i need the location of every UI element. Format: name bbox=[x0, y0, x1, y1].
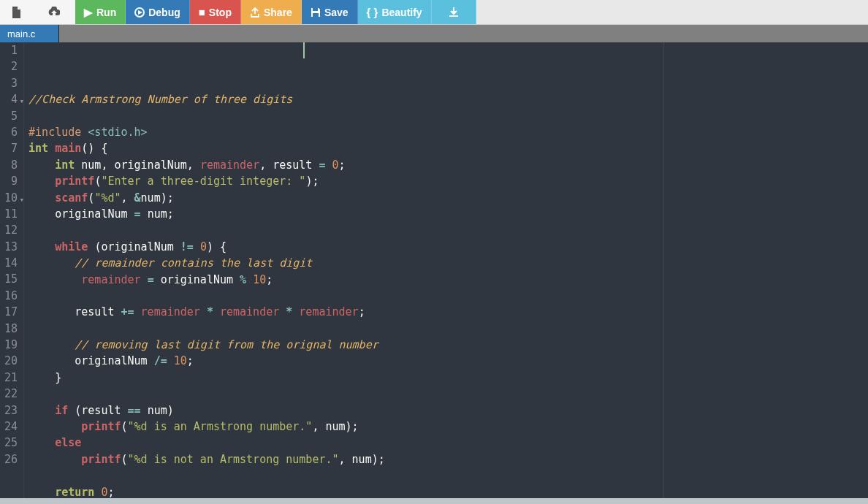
line-number: 23 bbox=[4, 402, 18, 419]
line-number: 17 bbox=[4, 304, 18, 320]
code-line[interactable]: // remainder contains the last digit bbox=[24, 255, 868, 271]
save-label: Save bbox=[324, 7, 349, 18]
line-number: 8 bbox=[4, 157, 18, 173]
line-number: 9 bbox=[4, 173, 18, 189]
line-gutter: 1234▾5678910▾111213141516171819202122232… bbox=[0, 42, 24, 498]
text-cursor bbox=[303, 42, 305, 58]
code-line[interactable]: // removing last digit from the orignal … bbox=[24, 337, 868, 353]
line-number: 21 bbox=[4, 370, 18, 386]
print-margin bbox=[663, 42, 664, 498]
line-number: 19 bbox=[4, 337, 18, 353]
fold-marker-icon[interactable]: ▾ bbox=[19, 93, 24, 110]
svg-rect-2 bbox=[313, 8, 318, 11]
debug-label: Debug bbox=[148, 7, 180, 18]
line-number: 26 bbox=[4, 451, 18, 467]
line-number: 15 bbox=[4, 271, 18, 287]
code-area[interactable]: //Check Armstrong Number of three digits… bbox=[24, 42, 868, 498]
code-line[interactable]: int num, originalNum, remainder, result … bbox=[24, 157, 868, 173]
code-line[interactable]: else bbox=[24, 435, 868, 451]
share-icon bbox=[250, 7, 260, 18]
line-number: 11 bbox=[4, 206, 18, 222]
line-number: 24 bbox=[4, 419, 18, 435]
share-label: Share bbox=[264, 7, 292, 18]
stop-label: Stop bbox=[209, 7, 232, 18]
code-line[interactable]: originalNum /= 10; bbox=[24, 353, 868, 369]
code-line[interactable]: printf("Enter a three-digit integer: "); bbox=[24, 173, 868, 189]
upload-button[interactable] bbox=[37, 0, 75, 24]
code-line[interactable] bbox=[24, 108, 868, 124]
line-number: 18 bbox=[4, 321, 18, 337]
code-line[interactable]: if (result == num) bbox=[24, 402, 868, 419]
line-number: 22 bbox=[4, 386, 18, 402]
line-number: 4▾ bbox=[4, 91, 18, 107]
save-icon bbox=[311, 7, 321, 18]
code-line[interactable]: #include <stdio.h> bbox=[24, 124, 868, 140]
download-icon bbox=[448, 7, 460, 18]
line-number: 12 bbox=[4, 222, 18, 238]
line-number: 25 bbox=[4, 435, 18, 451]
code-line[interactable]: //Check Armstrong Number of three digits bbox=[24, 91, 868, 107]
download-button[interactable] bbox=[432, 0, 476, 24]
svg-rect-3 bbox=[313, 13, 319, 17]
line-number: 2 bbox=[4, 58, 18, 75]
share-button[interactable]: Share bbox=[241, 0, 302, 24]
line-number: 20 bbox=[4, 353, 18, 369]
code-line[interactable] bbox=[24, 321, 868, 337]
code-line[interactable]: result += remainder * remainder * remain… bbox=[24, 304, 868, 320]
fold-marker-icon[interactable]: ▾ bbox=[19, 192, 24, 208]
toolbar: ▶ Run Debug ■ Stop Share Save { } Beauti… bbox=[0, 0, 868, 25]
run-button[interactable]: ▶ Run bbox=[75, 0, 126, 24]
code-line[interactable]: } bbox=[24, 370, 868, 386]
line-number: 5 bbox=[4, 108, 18, 124]
run-label: Run bbox=[96, 7, 116, 18]
line-number: 13 bbox=[4, 239, 18, 255]
code-line[interactable]: scanf("%d", &num); bbox=[24, 190, 868, 206]
tab-bar: main.c bbox=[0, 25, 868, 42]
tab-main-c[interactable]: main.c bbox=[0, 25, 59, 42]
line-number: 6 bbox=[4, 124, 18, 140]
line-number: 10▾ bbox=[4, 190, 18, 206]
code-line[interactable] bbox=[24, 288, 868, 304]
save-button[interactable]: Save bbox=[302, 0, 358, 24]
line-number: 3 bbox=[4, 75, 18, 91]
beautify-label: Beautify bbox=[381, 7, 422, 18]
code-line[interactable]: printf("%d is not an Armstrong number.",… bbox=[24, 451, 868, 467]
line-number: 7 bbox=[4, 140, 18, 156]
tab-label: main.c bbox=[7, 28, 35, 39]
svg-marker-1 bbox=[138, 10, 142, 15]
svg-rect-4 bbox=[449, 15, 458, 17]
status-bar bbox=[0, 498, 868, 504]
code-line[interactable]: while (originalNum != 0) { bbox=[24, 239, 868, 255]
code-line[interactable]: originalNum = num; bbox=[24, 206, 868, 222]
upload-icon bbox=[48, 7, 60, 18]
stop-button[interactable]: ■ Stop bbox=[190, 0, 241, 24]
code-line[interactable] bbox=[24, 386, 868, 402]
new-file-button[interactable] bbox=[0, 0, 37, 24]
debug-icon bbox=[134, 7, 145, 18]
new-file-icon bbox=[11, 7, 22, 18]
code-line[interactable]: int main() { bbox=[24, 140, 868, 156]
line-number: 16 bbox=[4, 288, 18, 304]
line-number: 1 bbox=[4, 42, 18, 58]
code-editor[interactable]: 1234▾5678910▾111213141516171819202122232… bbox=[0, 42, 868, 498]
beautify-button[interactable]: { } Beautify bbox=[358, 0, 432, 24]
line-number: 14 bbox=[4, 255, 18, 271]
play-icon: ▶ bbox=[84, 6, 93, 19]
code-line[interactable]: remainder = originalNum % 10; bbox=[24, 272, 868, 288]
beautify-icon: { } bbox=[367, 6, 378, 18]
debug-button[interactable]: Debug bbox=[126, 0, 190, 24]
code-line[interactable]: return 0; bbox=[24, 484, 868, 498]
code-line[interactable] bbox=[24, 222, 868, 238]
code-line[interactable]: printf("%d is an Armstrong number.", num… bbox=[24, 419, 868, 435]
code-line[interactable] bbox=[24, 467, 868, 484]
stop-icon: ■ bbox=[199, 6, 205, 18]
